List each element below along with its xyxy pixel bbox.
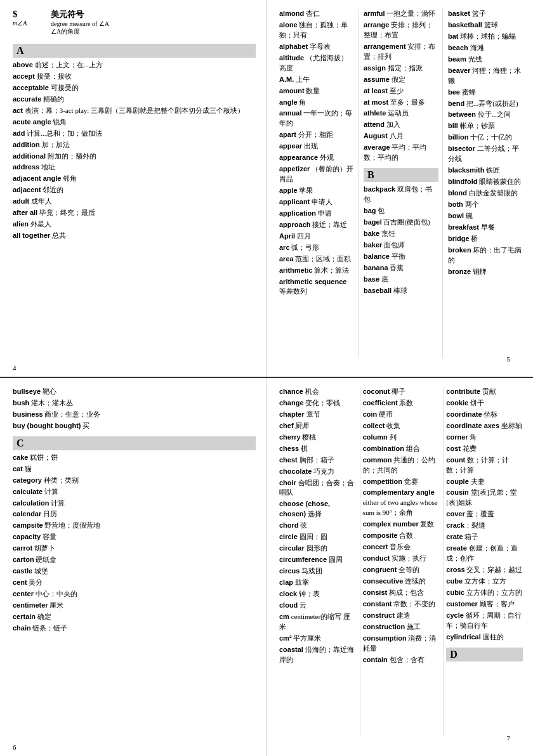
dollar-symbol: $ [13,9,44,20]
section-a-entries: above 前述；上文；在...上方 accept 接受；接收 acceptab… [13,60,256,241]
list-item: bowl 碗 [448,211,523,221]
angle-symbol: m∠A [13,20,44,27]
list-item: center 中心；中央的 [13,589,256,599]
list-item: cubic 立方体的；立方的 [446,588,523,598]
list-item: coordinate 坐标 [446,410,523,420]
list-item: choir 合唱团；合奏；合唱队 [279,478,356,499]
list-item: bee 蜜蜂 [448,88,523,98]
list-item: chapter 章节 [279,410,356,420]
list-item: blacksmith 铁匠 [448,166,523,176]
list-item: cube 立方体；立方 [446,577,523,587]
list-item: April 四月 [279,231,354,242]
list-item: clock 钟；表 [279,589,356,599]
list-item: accurate 精确的 [13,94,256,105]
list-item: cloud 云 [279,601,356,611]
page-7-col1: chance 机会 change 变化；零钱 chapter 章节 chef 厨… [279,387,360,737]
list-item: cent 美分 [13,578,256,588]
list-item: blond 白肤金发碧眼的 [448,188,523,199]
spread-top: $ m∠A 美元符号 degree measure of ∠A ∠A的角度 A … [0,0,533,378]
list-item: congruent 全等的 [363,565,440,575]
page-number-5: 5 [507,355,511,363]
list-item: cherry 樱桃 [279,433,356,443]
list-item: cycle 循环；周期；自行车；骑自行车 [446,611,523,631]
list-item: bagel 百吉圈(硬面包) [364,218,438,228]
list-item: contribute 贡献 [446,387,523,397]
list-item: adult 成年人 [13,197,256,207]
list-item: cross 交叉；穿越；越过 [446,565,523,575]
list-item: buy (bought bought) 买 [13,421,256,431]
page-5-col1: almond 杏仁 alone 独自；孤独；单独；只有 alphabet 字母表… [279,9,359,358]
list-item: common 共通的；公约的；共同的 [363,455,440,476]
list-item: appear 出现 [279,141,354,152]
list-item: beaver 河狸；海狸；水獭 [448,66,523,86]
list-item: couple 夫妻 [446,477,523,487]
list-item: circumference 圆周 [279,555,356,565]
page-6: bullseye 靶心 bush 灌木；灌木丛 business 商业；生意；业… [0,378,266,756]
list-item: chance 机会 [279,387,356,397]
list-item: campsite 野营地；度假营地 [13,521,256,531]
list-item: at most 至多；最多 [364,98,438,108]
page-number-4: 4 [13,364,16,372]
dollar-title: 美元符号 [51,9,256,20]
section-d-header: D [446,648,523,662]
list-item: armful 一抱之量；满怀 [364,9,438,19]
list-item: altitude （尤指海拔）高度 [279,53,354,74]
list-item: adjacent angle 邻角 [13,174,256,184]
list-item: capacity 容量 [13,532,256,542]
list-item: after all 毕竟；终究；最后 [13,208,256,218]
list-item: angle 角 [279,98,354,108]
list-item: cm² 平方厘米 [279,634,356,644]
angle-def2: ∠A的角度 [51,27,256,36]
list-item: cost 花费 [446,444,523,454]
angle-def1: degree measure of ∠A [51,20,256,27]
list-item: chain 链条；链子 [13,623,256,634]
list-item: bridge 桥 [448,234,523,244]
list-item: appetizer （餐前的）开胃品 [279,164,354,185]
list-item: arrange 安排；排列；整理；布置 [364,20,438,41]
list-item: bake 烹饪 [364,229,438,239]
list-item: calculation 计算 [13,499,256,509]
list-item: clap 鼓掌 [279,578,356,588]
list-item: competition 竞赛 [363,477,440,487]
list-item: collect 收集 [363,421,440,431]
section-c-header: C [13,436,256,450]
list-item: carrot 胡萝卜 [13,544,256,554]
list-item: coordinate axes 坐标轴 [446,421,523,431]
list-item: backpack 双肩包；书包 [364,185,438,205]
list-item: chocolate 巧克力 [279,467,356,477]
list-item: composite 合数 [363,531,440,541]
list-item: breakfast 早餐 [448,223,523,233]
list-item: apple 苹果 [279,186,354,196]
list-item: alien 外星人 [13,219,256,230]
page-5-col3: basket 篮子 basketball 篮球 bat 球棒；球拍；蝙蝠 bea… [445,9,523,358]
list-item: create 创建；创造；造成；创作 [446,544,523,564]
list-item: cousin 堂[表]兄弟；堂[表]姐妹 [446,488,523,508]
page-number-7: 7 [507,734,511,742]
list-item: address 地址 [13,162,256,173]
list-item: cm centimeter的缩写 厘米 [279,612,356,632]
list-item: construct 建造 [363,611,440,621]
list-item: contain 包含；含有 [363,655,440,665]
list-item: change 变化；零钱 [279,398,356,408]
list-item: bullseye 靶心 [13,387,256,397]
list-item: crack：裂缝 [446,521,523,531]
list-item: amount 数量 [279,86,354,96]
list-item: cylindrical 圆柱的 [446,632,523,642]
page: $ m∠A 美元符号 degree measure of ∠A ∠A的角度 A … [0,0,533,756]
symbol-col: $ m∠A [13,9,44,36]
list-item: bill 帐单；钞票 [448,121,523,131]
list-item: adjacent 邻近的 [13,185,256,195]
list-item: August 八月 [364,131,438,141]
list-item: consist 构成；包含 [363,588,440,598]
list-item: crate 箱子 [446,532,523,542]
page-5-col2: armful 一抱之量；满怀 arrange 安排；排列；整理；布置 arran… [361,9,443,358]
list-item: athlete 运动员 [364,108,438,119]
list-item: circus 马戏团 [279,566,356,577]
list-item: above 前述；上文；在...上方 [13,60,256,70]
list-item: approach 接近；靠近 [279,220,354,230]
list-item: category 种类；类别 [13,476,256,486]
list-item: bronze 铜牌 [448,267,523,277]
spread-bottom: bullseye 靶心 bush 灌木；灌木丛 business 商业；生意；业… [0,378,533,756]
list-item: balance 平衡 [364,252,438,262]
list-item: bisector 二等分线；平分线 [448,144,523,164]
